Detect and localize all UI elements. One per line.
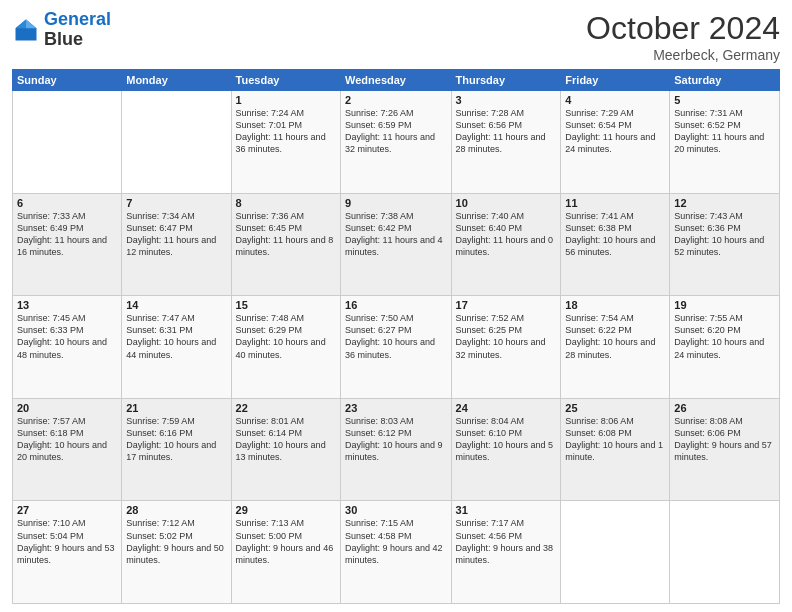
- table-row: 6Sunrise: 7:33 AM Sunset: 6:49 PM Daylig…: [13, 193, 122, 296]
- day-number: 27: [17, 504, 117, 516]
- day-info: Sunrise: 7:13 AM Sunset: 5:00 PM Dayligh…: [236, 517, 336, 566]
- day-number: 18: [565, 299, 665, 311]
- day-info: Sunrise: 7:10 AM Sunset: 5:04 PM Dayligh…: [17, 517, 117, 566]
- day-info: Sunrise: 7:31 AM Sunset: 6:52 PM Dayligh…: [674, 107, 775, 156]
- day-number: 10: [456, 197, 557, 209]
- table-row: 14Sunrise: 7:47 AM Sunset: 6:31 PM Dayli…: [122, 296, 231, 399]
- calendar-week-row: 1Sunrise: 7:24 AM Sunset: 7:01 PM Daylig…: [13, 91, 780, 194]
- day-number: 22: [236, 402, 336, 414]
- day-info: Sunrise: 7:29 AM Sunset: 6:54 PM Dayligh…: [565, 107, 665, 156]
- day-number: 14: [126, 299, 226, 311]
- day-info: Sunrise: 8:01 AM Sunset: 6:14 PM Dayligh…: [236, 415, 336, 464]
- col-friday: Friday: [561, 70, 670, 91]
- table-row: 8Sunrise: 7:36 AM Sunset: 6:45 PM Daylig…: [231, 193, 340, 296]
- table-row: 1Sunrise: 7:24 AM Sunset: 7:01 PM Daylig…: [231, 91, 340, 194]
- col-tuesday: Tuesday: [231, 70, 340, 91]
- day-info: Sunrise: 7:38 AM Sunset: 6:42 PM Dayligh…: [345, 210, 446, 259]
- table-row: [561, 501, 670, 604]
- day-number: 25: [565, 402, 665, 414]
- table-row: 15Sunrise: 7:48 AM Sunset: 6:29 PM Dayli…: [231, 296, 340, 399]
- calendar-week-row: 27Sunrise: 7:10 AM Sunset: 5:04 PM Dayli…: [13, 501, 780, 604]
- table-row: 9Sunrise: 7:38 AM Sunset: 6:42 PM Daylig…: [341, 193, 451, 296]
- table-row: 23Sunrise: 8:03 AM Sunset: 6:12 PM Dayli…: [341, 398, 451, 501]
- day-number: 15: [236, 299, 336, 311]
- calendar-week-row: 6Sunrise: 7:33 AM Sunset: 6:49 PM Daylig…: [13, 193, 780, 296]
- table-row: 10Sunrise: 7:40 AM Sunset: 6:40 PM Dayli…: [451, 193, 561, 296]
- col-sunday: Sunday: [13, 70, 122, 91]
- svg-marker-1: [26, 19, 37, 28]
- month-title: October 2024: [586, 10, 780, 47]
- day-number: 2: [345, 94, 446, 106]
- logo-icon: [12, 16, 40, 44]
- day-info: Sunrise: 7:45 AM Sunset: 6:33 PM Dayligh…: [17, 312, 117, 361]
- day-info: Sunrise: 7:26 AM Sunset: 6:59 PM Dayligh…: [345, 107, 446, 156]
- logo: General Blue: [12, 10, 111, 50]
- calendar: Sunday Monday Tuesday Wednesday Thursday…: [12, 69, 780, 604]
- table-row: 19Sunrise: 7:55 AM Sunset: 6:20 PM Dayli…: [670, 296, 780, 399]
- day-number: 19: [674, 299, 775, 311]
- day-number: 1: [236, 94, 336, 106]
- day-info: Sunrise: 7:12 AM Sunset: 5:02 PM Dayligh…: [126, 517, 226, 566]
- day-number: 5: [674, 94, 775, 106]
- table-row: 12Sunrise: 7:43 AM Sunset: 6:36 PM Dayli…: [670, 193, 780, 296]
- table-row: 11Sunrise: 7:41 AM Sunset: 6:38 PM Dayli…: [561, 193, 670, 296]
- table-row: 28Sunrise: 7:12 AM Sunset: 5:02 PM Dayli…: [122, 501, 231, 604]
- col-monday: Monday: [122, 70, 231, 91]
- day-number: 31: [456, 504, 557, 516]
- table-row: 18Sunrise: 7:54 AM Sunset: 6:22 PM Dayli…: [561, 296, 670, 399]
- day-number: 26: [674, 402, 775, 414]
- table-row: 17Sunrise: 7:52 AM Sunset: 6:25 PM Dayli…: [451, 296, 561, 399]
- day-number: 16: [345, 299, 446, 311]
- table-row: 31Sunrise: 7:17 AM Sunset: 4:56 PM Dayli…: [451, 501, 561, 604]
- day-info: Sunrise: 8:06 AM Sunset: 6:08 PM Dayligh…: [565, 415, 665, 464]
- day-info: Sunrise: 7:41 AM Sunset: 6:38 PM Dayligh…: [565, 210, 665, 259]
- day-info: Sunrise: 7:52 AM Sunset: 6:25 PM Dayligh…: [456, 312, 557, 361]
- day-number: 7: [126, 197, 226, 209]
- location-title: Meerbeck, Germany: [586, 47, 780, 63]
- day-info: Sunrise: 7:24 AM Sunset: 7:01 PM Dayligh…: [236, 107, 336, 156]
- day-number: 30: [345, 504, 446, 516]
- table-row: [122, 91, 231, 194]
- svg-marker-2: [16, 19, 27, 28]
- calendar-header-row: Sunday Monday Tuesday Wednesday Thursday…: [13, 70, 780, 91]
- day-number: 12: [674, 197, 775, 209]
- day-info: Sunrise: 8:04 AM Sunset: 6:10 PM Dayligh…: [456, 415, 557, 464]
- day-info: Sunrise: 7:17 AM Sunset: 4:56 PM Dayligh…: [456, 517, 557, 566]
- title-block: October 2024 Meerbeck, Germany: [586, 10, 780, 63]
- calendar-week-row: 20Sunrise: 7:57 AM Sunset: 6:18 PM Dayli…: [13, 398, 780, 501]
- day-info: Sunrise: 7:59 AM Sunset: 6:16 PM Dayligh…: [126, 415, 226, 464]
- table-row: 5Sunrise: 7:31 AM Sunset: 6:52 PM Daylig…: [670, 91, 780, 194]
- logo-text: General Blue: [44, 10, 111, 50]
- table-row: 26Sunrise: 8:08 AM Sunset: 6:06 PM Dayli…: [670, 398, 780, 501]
- table-row: 29Sunrise: 7:13 AM Sunset: 5:00 PM Dayli…: [231, 501, 340, 604]
- table-row: [670, 501, 780, 604]
- day-number: 28: [126, 504, 226, 516]
- day-info: Sunrise: 7:47 AM Sunset: 6:31 PM Dayligh…: [126, 312, 226, 361]
- day-number: 24: [456, 402, 557, 414]
- day-number: 6: [17, 197, 117, 209]
- day-number: 17: [456, 299, 557, 311]
- table-row: 21Sunrise: 7:59 AM Sunset: 6:16 PM Dayli…: [122, 398, 231, 501]
- col-saturday: Saturday: [670, 70, 780, 91]
- col-wednesday: Wednesday: [341, 70, 451, 91]
- day-info: Sunrise: 7:28 AM Sunset: 6:56 PM Dayligh…: [456, 107, 557, 156]
- day-number: 9: [345, 197, 446, 209]
- day-info: Sunrise: 8:03 AM Sunset: 6:12 PM Dayligh…: [345, 415, 446, 464]
- table-row: 25Sunrise: 8:06 AM Sunset: 6:08 PM Dayli…: [561, 398, 670, 501]
- calendar-week-row: 13Sunrise: 7:45 AM Sunset: 6:33 PM Dayli…: [13, 296, 780, 399]
- day-number: 3: [456, 94, 557, 106]
- table-row: 27Sunrise: 7:10 AM Sunset: 5:04 PM Dayli…: [13, 501, 122, 604]
- day-info: Sunrise: 7:50 AM Sunset: 6:27 PM Dayligh…: [345, 312, 446, 361]
- day-info: Sunrise: 7:34 AM Sunset: 6:47 PM Dayligh…: [126, 210, 226, 259]
- table-row: 24Sunrise: 8:04 AM Sunset: 6:10 PM Dayli…: [451, 398, 561, 501]
- day-info: Sunrise: 7:36 AM Sunset: 6:45 PM Dayligh…: [236, 210, 336, 259]
- day-info: Sunrise: 7:40 AM Sunset: 6:40 PM Dayligh…: [456, 210, 557, 259]
- day-info: Sunrise: 7:57 AM Sunset: 6:18 PM Dayligh…: [17, 415, 117, 464]
- col-thursday: Thursday: [451, 70, 561, 91]
- day-number: 23: [345, 402, 446, 414]
- table-row: [13, 91, 122, 194]
- table-row: 4Sunrise: 7:29 AM Sunset: 6:54 PM Daylig…: [561, 91, 670, 194]
- day-info: Sunrise: 7:33 AM Sunset: 6:49 PM Dayligh…: [17, 210, 117, 259]
- day-info: Sunrise: 7:54 AM Sunset: 6:22 PM Dayligh…: [565, 312, 665, 361]
- day-info: Sunrise: 7:15 AM Sunset: 4:58 PM Dayligh…: [345, 517, 446, 566]
